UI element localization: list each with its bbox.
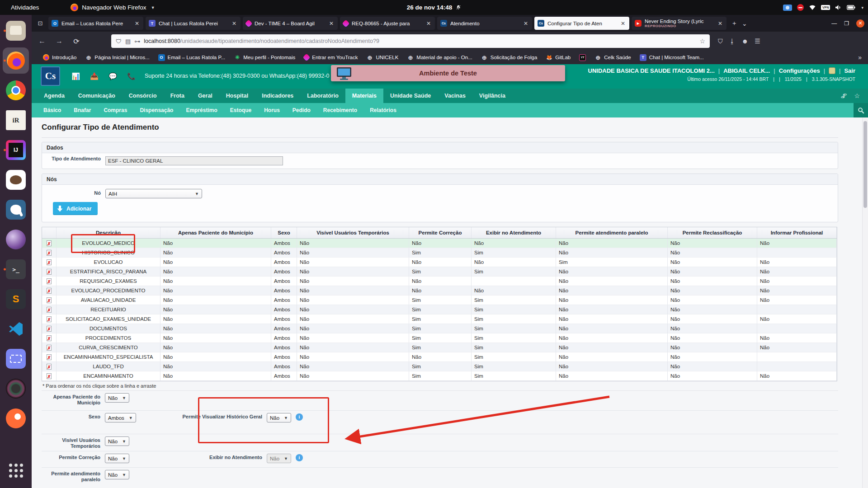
dock-item-chrome[interactable] xyxy=(3,77,29,103)
table-row[interactable]: REQUISICAO_EXAMESNãoAmbosNãoNãoNãoNãoNão xyxy=(42,277,837,286)
app-menu[interactable]: Navegador Web Firefox ▼ xyxy=(71,4,155,11)
dock-item-terminal[interactable]: >_ xyxy=(3,256,29,282)
back-button[interactable]: ← xyxy=(35,37,49,45)
column-header-8[interactable]: Permite Reclassificação xyxy=(668,227,757,238)
table-row[interactable]: LAUDO_TFDNãoAmbosNãoSimSimNãoNão xyxy=(42,362,837,371)
history-clock-icon[interactable] xyxy=(829,67,835,74)
tab-close-icon[interactable]: ✕ xyxy=(231,20,237,27)
form-select-3[interactable]: Não▼ xyxy=(105,436,129,446)
celk-logo[interactable]: Cs xyxy=(41,66,60,86)
dock-item-intellij-idea[interactable]: IJ xyxy=(3,137,29,163)
tab-6[interactable]: CsConfigurar Tipo de Aten✕ xyxy=(534,17,629,30)
form-select-5[interactable]: Não▼ xyxy=(105,470,129,479)
delete-cell[interactable] xyxy=(42,248,57,258)
menu-item-unidade-saúde[interactable]: Unidade Saúde xyxy=(383,89,438,103)
form-right-select-4[interactable]: Não▼ xyxy=(267,454,291,463)
delete-icon[interactable] xyxy=(47,326,52,332)
form-select-2[interactable]: Ambos▼ xyxy=(105,413,136,422)
table-row[interactable]: CURVA_CRESCIMENTONãoAmbosNãoSimSimNãoNão… xyxy=(42,343,837,352)
table-row[interactable]: ENCAMINHAMENTO_ESPECIALISTANãoAmbosNãoNã… xyxy=(42,352,837,362)
minimize-button[interactable]: — xyxy=(831,20,837,27)
tab-2[interactable]: TChat | Lucas Ratola Perei✕ xyxy=(146,17,241,30)
tab-4[interactable]: REQ-80665 - Ajuste para✕ xyxy=(340,17,435,30)
bookmark-3[interactable]: OEmail – Lucas Ratola P... xyxy=(158,54,226,61)
submenu-item-dispensação[interactable]: Dispensação xyxy=(133,103,179,117)
submenu-item-pedido[interactable]: Pedido xyxy=(286,103,317,117)
delete-cell[interactable] xyxy=(42,267,57,277)
new-tab-button[interactable]: ＋ xyxy=(731,19,737,28)
delete-icon[interactable] xyxy=(47,269,52,275)
activities-button[interactable]: Atividades xyxy=(7,3,42,12)
delete-icon[interactable] xyxy=(47,354,52,360)
tab-close-icon[interactable]: ✕ xyxy=(717,20,723,27)
unit-name[interactable]: UNIDADE BASICA DE SAUDE ITACOLOMI 2... xyxy=(588,67,715,74)
chat-help-icon[interactable]: 💬 xyxy=(107,70,119,82)
bookmark-1[interactable]: Introdução xyxy=(42,54,76,61)
delete-icon[interactable] xyxy=(47,297,52,303)
delete-cell[interactable] xyxy=(42,296,57,305)
delete-icon[interactable] xyxy=(47,259,52,265)
delete-cell[interactable] xyxy=(42,277,57,286)
tab-3[interactable]: Dev - TIME 4 – Board Agil✕ xyxy=(243,17,338,30)
shield-icon[interactable]: 🛡 xyxy=(116,38,122,45)
table-row[interactable]: RECEITUARIONãoAmbosNãoSimSimNãoNão xyxy=(42,305,837,314)
logout-link[interactable]: Sair xyxy=(844,67,855,74)
table-row[interactable]: PROCEDIMENTOSNãoAmbosNãoSimSimNãoNãoNão xyxy=(42,333,837,343)
bookmark-12[interactable]: TChat | Microsoft Team... xyxy=(640,54,704,61)
menu-item-consórcio[interactable]: Consórcio xyxy=(122,89,164,103)
menu-item-hospital[interactable]: Hospital xyxy=(219,89,255,103)
tab-5[interactable]: CsAtendimento✕ xyxy=(437,17,532,30)
bookmark-star-icon[interactable]: ☆ xyxy=(699,38,705,45)
submenu-item-estoque[interactable]: Estoque xyxy=(224,103,258,117)
paperclip-icon[interactable]: 🖇 xyxy=(840,92,847,99)
downloads-icon[interactable]: ⭳ xyxy=(729,38,736,45)
delete-cell[interactable] xyxy=(42,333,57,343)
scrollbar[interactable] xyxy=(862,117,868,488)
submenu-item-horus[interactable]: Horus xyxy=(258,103,286,117)
submenu-item-recebimento[interactable]: Recebimento xyxy=(317,103,363,117)
phone-support-icon[interactable]: 📞 xyxy=(125,70,137,82)
dock-item-files[interactable] xyxy=(3,18,29,44)
system-tray[interactable]: VPN ▾ xyxy=(783,4,863,11)
bookmark-2[interactable]: ⊕Página Inicial | Micros... xyxy=(85,54,149,61)
table-row[interactable]: EVOLUCAO_MEDICONãoAmbosNãoNãoNãoNãoNãoNã… xyxy=(42,239,837,248)
table-row[interactable]: ESTRATIFICA_RISCO_PARANANãoAmbosNãoSimSi… xyxy=(42,267,837,277)
delete-cell[interactable] xyxy=(42,314,57,324)
tab-close-icon[interactable]: ✕ xyxy=(523,20,529,27)
menu-item-materiais[interactable]: Materiais xyxy=(345,89,383,103)
menu-item-indicadores[interactable]: Indicadores xyxy=(255,89,300,103)
forward-button[interactable]: → xyxy=(52,37,66,45)
close-button[interactable]: ✕ xyxy=(856,19,864,28)
bookmark-7[interactable]: ⊕Material de apoio - On... xyxy=(407,54,472,61)
table-row[interactable]: EVOLUCAO_PROCEDIMENTONãoAmbosNãoNãoNãoNã… xyxy=(42,286,837,296)
dock-item-eclipse[interactable] xyxy=(3,226,29,253)
delete-cell[interactable] xyxy=(42,286,57,296)
dock-item-sublime-text[interactable]: S xyxy=(3,286,29,312)
submenu-item-relatórios[interactable]: Relatórios xyxy=(363,103,403,117)
submenu-item-compras[interactable]: Compras xyxy=(97,103,133,117)
bookmark-8[interactable]: ⊕Solicitação de Folga xyxy=(481,54,538,61)
table-row[interactable]: SOLICITACAO_EXAMES_UNIDADENãoAmbosNãoSim… xyxy=(42,314,837,324)
table-row[interactable]: AVALIACAO_UNIDADENãoAmbosNãoSimSimNãoNão… xyxy=(42,296,837,305)
dock-item-firefox[interactable] xyxy=(3,47,29,74)
dock-item-postgresql[interactable] xyxy=(3,197,29,223)
submenu-item-bnafar[interactable]: Bnafar xyxy=(67,103,97,117)
delete-icon[interactable] xyxy=(47,316,52,322)
dock-item-app-grid[interactable] xyxy=(3,457,29,483)
table-row[interactable]: DOCUMENTOSNãoAmbosNãoSimSimNãoNão xyxy=(42,324,837,333)
menu-icon[interactable]: ☰ xyxy=(755,38,760,45)
column-header-5[interactable]: Permite Correção xyxy=(409,227,472,238)
page-info-icon[interactable]: ▤ xyxy=(125,38,131,45)
bookmark-9[interactable]: 🦊GitLab xyxy=(546,54,571,61)
inbox-icon[interactable]: 📥 xyxy=(88,70,100,82)
delete-icon[interactable] xyxy=(47,364,52,370)
column-header-6[interactable]: Exibir no Atendimento xyxy=(472,227,556,238)
column-header-2[interactable]: Apenas Paciente do Município xyxy=(160,227,271,238)
form-select-1[interactable]: Não▼ xyxy=(105,393,129,403)
bookmark-11[interactable]: ⊕Celk Saúde xyxy=(594,54,631,61)
firefox-view-button[interactable]: ⊡ xyxy=(34,18,46,29)
column-header-9[interactable]: Informar Profissional xyxy=(757,227,837,238)
table-row[interactable]: HISTORICO_CLINICONãoAmbosNãoSimSimNãoNão xyxy=(42,248,837,258)
delete-cell[interactable] xyxy=(42,305,57,314)
delete-cell[interactable] xyxy=(42,343,57,352)
